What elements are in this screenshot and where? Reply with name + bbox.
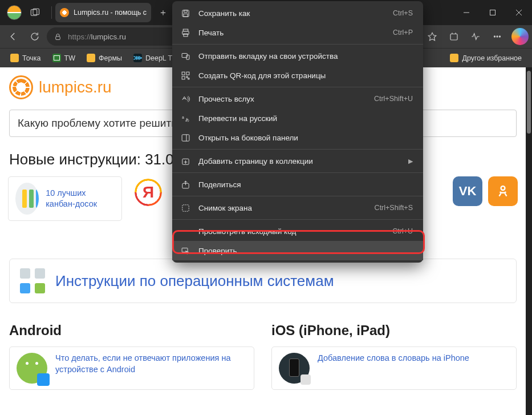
ctx-side-panel[interactable]: Открыть на боковой панели	[172, 128, 423, 147]
ctx-shortcut: Ctrl+Shift+U	[374, 95, 413, 103]
share-icon	[180, 179, 190, 190]
refresh-button[interactable]	[25, 27, 44, 46]
performance-button[interactable]	[466, 27, 485, 46]
article-title: 10 лучших канбан-досок	[46, 188, 115, 209]
bookmark-label: Фермы	[99, 54, 122, 62]
ctx-create-qr[interactable]: Создать QR-код для этой страницы	[172, 66, 423, 85]
read-aloud-icon	[180, 94, 190, 104]
ctx-label: Снимок экрана	[198, 204, 367, 212]
folder-icon	[450, 54, 458, 62]
site-logo-icon[interactable]	[9, 75, 33, 99]
os-instructions-card[interactable]: Инструкции по операционным системам	[9, 259, 517, 303]
window-controls	[453, 0, 532, 25]
bookmark-tochka[interactable]: Точка	[6, 51, 46, 65]
ctx-add-collection[interactable]: Добавить страницу в коллекции ▶	[172, 151, 423, 171]
site-name[interactable]: lumpics.ru	[39, 78, 112, 96]
ctx-label: Отправить вкладку на свои устройства	[198, 52, 413, 61]
minimize-button[interactable]	[453, 0, 480, 25]
more-button[interactable]	[488, 27, 507, 46]
profile-avatar[interactable]	[7, 5, 22, 20]
browser-tab[interactable]: Lumpics.ru - помощь с	[55, 3, 151, 22]
svg-rect-27	[188, 78, 189, 79]
ctx-separator	[172, 87, 423, 87]
bookmark-label: TW	[64, 54, 75, 62]
ctx-send-to-devices[interactable]: Отправить вкладку на свои устройства	[172, 46, 423, 66]
svg-point-11	[494, 36, 495, 37]
copilot-button[interactable]	[511, 28, 529, 45]
svg-rect-37	[182, 204, 188, 211]
ctx-label: Создать QR-код для этой страницы	[198, 71, 413, 80]
chevron-right-icon: ▶	[408, 158, 413, 165]
translate-icon: aあ	[180, 113, 190, 123]
maximize-button[interactable]	[480, 0, 506, 25]
android-heading: Android	[9, 323, 254, 339]
screenshot-icon	[180, 203, 190, 213]
ctx-print[interactable]: Печать Ctrl+P	[172, 23, 423, 42]
ctx-label: Открыть на боковой панели	[198, 134, 413, 142]
page-scrollbar[interactable]	[526, 67, 532, 415]
side-panel-icon	[180, 132, 190, 143]
ios-article[interactable]: Добавление слова в словарь на iPhone	[271, 346, 517, 390]
svg-rect-20	[183, 33, 187, 36]
ctx-label: Добавить страницу в коллекции	[198, 157, 400, 166]
ctx-save-as[interactable]: Сохранить как Ctrl+S	[172, 3, 423, 23]
sheets-icon	[52, 54, 61, 62]
ok-link[interactable]	[488, 176, 518, 206]
svg-rect-18	[183, 29, 188, 31]
android-article[interactable]: Что делать, если не отвечают приложения …	[9, 346, 254, 390]
ctx-label: Сохранить как	[198, 9, 385, 18]
svg-rect-17	[183, 14, 187, 17]
scrollbar-thumb[interactable]	[527, 71, 531, 134]
new-tab-button[interactable]: ＋	[155, 4, 172, 21]
deepl-icon: ⋙	[133, 54, 142, 62]
social-links: VK	[453, 176, 518, 206]
yandex-icon: Я	[132, 176, 164, 208]
kanban-icon	[15, 183, 39, 215]
svg-point-12	[497, 36, 498, 37]
favorites-button[interactable]	[423, 27, 442, 46]
folder-icon	[87, 54, 95, 62]
bookmark-fermy[interactable]: Фермы	[82, 51, 127, 65]
ctx-shortcut: Ctrl+P	[393, 29, 413, 37]
iphone-icon	[279, 353, 310, 384]
bookmark-deepl[interactable]: ⋙DeepL Tr	[129, 51, 179, 65]
ctx-read-aloud[interactable]: Прочесть вслух Ctrl+Shift+U	[172, 89, 423, 108]
ctx-shortcut: Ctrl+Shift+S	[375, 204, 413, 212]
close-button[interactable]	[506, 0, 532, 25]
svg-rect-26	[186, 76, 187, 77]
tab-favicon-icon	[60, 8, 69, 17]
bookmark-other[interactable]: Другое избранное	[445, 51, 526, 65]
os-icon	[20, 268, 45, 293]
qr-icon	[180, 70, 190, 80]
article-title: Что делать, если не отвечают приложения …	[55, 353, 247, 375]
article-card-yandex[interactable]: Я	[132, 176, 178, 208]
vk-link[interactable]: VK	[453, 176, 482, 206]
folder-icon	[10, 54, 19, 62]
ctx-label: Перевести на русский	[198, 114, 413, 123]
ios-heading: iOS (iPhone, iPad)	[271, 323, 517, 339]
ctx-view-source[interactable]: Просмотреть исходный код Ctrl+U	[172, 221, 423, 241]
bookmark-tw[interactable]: TW	[48, 51, 80, 65]
workspaces-button[interactable]	[26, 4, 43, 21]
ctx-inspect[interactable]: Проверить	[172, 241, 423, 260]
ctx-label: Поделиться	[198, 180, 413, 189]
svg-rect-3	[490, 10, 496, 15]
svg-rect-31	[182, 134, 189, 140]
article-card-kanban[interactable]: 10 лучших канбан-досок	[8, 176, 122, 221]
ctx-share[interactable]: Поделиться	[172, 175, 423, 194]
inspect-icon	[180, 245, 190, 256]
svg-marker-7	[428, 33, 436, 41]
lock-icon	[54, 33, 62, 41]
bookmark-label: DeepL Tr	[145, 54, 174, 62]
collections-button[interactable]	[444, 27, 464, 46]
back-button[interactable]	[3, 27, 23, 46]
svg-rect-16	[184, 10, 187, 12]
ctx-translate[interactable]: aあ Перевести на русский	[172, 108, 423, 128]
ctx-separator	[172, 44, 423, 45]
ctx-separator	[172, 149, 423, 150]
ctx-screenshot[interactable]: Снимок экрана Ctrl+Shift+S	[172, 198, 423, 217]
blank-icon	[180, 226, 190, 236]
tab-title: Lumpics.ru - помощь с	[74, 9, 147, 17]
ctx-separator	[172, 172, 423, 173]
ctx-label: Просмотреть исходный код	[198, 227, 384, 236]
